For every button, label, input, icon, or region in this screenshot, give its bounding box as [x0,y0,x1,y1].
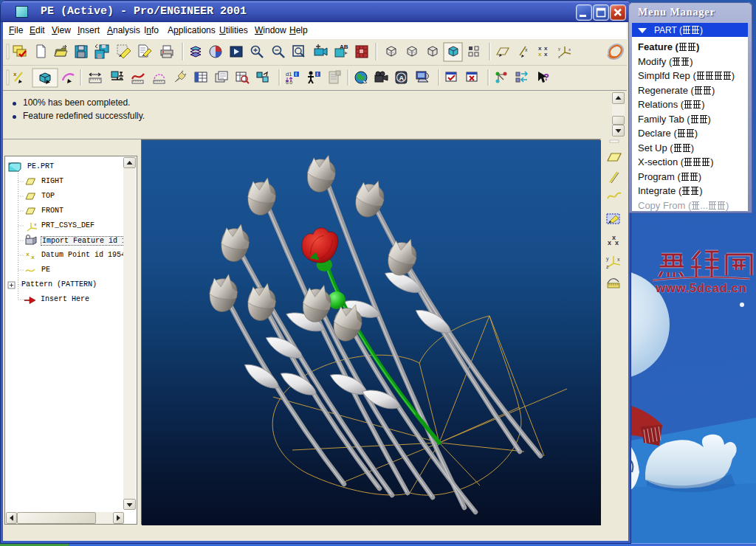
svg-text:x: x [34,222,37,227]
svg-text:x: x [31,254,35,260]
svg-text:x: x [525,47,528,52]
svg-text:y: y [558,46,560,51]
svg-text:0.0: 0.0 [286,80,292,85]
svg-text:x: x [13,71,17,77]
svg-text:www.5dcad.cn: www.5dcad.cn [655,281,746,295]
svg-text:x: x [26,251,30,258]
svg-text:i: i [317,72,318,77]
svg-text:x: x [544,51,548,58]
svg-text:x: x [615,239,619,246]
svg-text:?: ? [543,72,549,83]
svg-text:d1: d1 [286,71,292,77]
svg-text:i: i [295,72,297,77]
svg-text:x: x [617,257,620,262]
svg-text:z: z [558,55,560,59]
svg-text:x: x [608,239,611,246]
svg-text:x: x [568,47,571,52]
svg-text:A: A [399,75,405,82]
svg-text:x: x [538,51,542,58]
svg-text:y: y [606,256,609,262]
svg-text:z: z [606,264,609,269]
svg-text:AB: AB [340,44,348,50]
